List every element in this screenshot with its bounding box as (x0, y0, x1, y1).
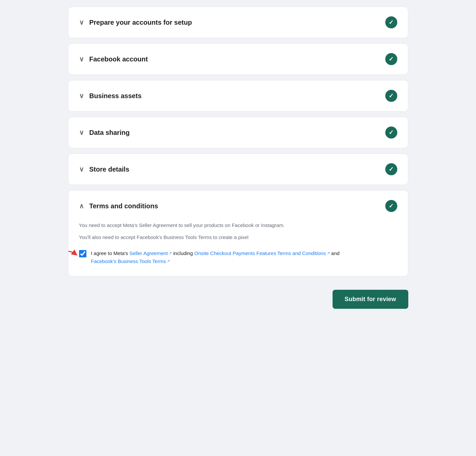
accordion-title-business-assets: Business assets (89, 92, 142, 100)
accordion-header-left-business: Business assets (79, 92, 142, 100)
chevron-down-icon-facebook (79, 55, 84, 63)
page-container: Prepare your accounts for setup Facebook… (55, 0, 422, 456)
accordion-header-left-facebook: Facebook account (79, 55, 148, 63)
accordion-title-store-details: Store details (89, 166, 129, 173)
accordion-header-store-details[interactable]: Store details (68, 154, 408, 185)
chevron-down-icon-data-sharing (79, 129, 84, 137)
accordion-title-data-sharing: Data sharing (89, 129, 130, 137)
accordion-title-prepare-accounts: Prepare your accounts for setup (89, 19, 192, 26)
terms-description-2: You'll also need to accept Facebook's Bu… (79, 233, 397, 241)
accordion-header-left-store: Store details (79, 165, 129, 173)
terms-description-1: You need to accept Meta's Seller Agreeme… (79, 221, 397, 229)
terms-checkbox-row: I agree to Meta's Seller Agreement ↗ inc… (79, 249, 397, 265)
accordion-header-facebook-account[interactable]: Facebook account (68, 44, 408, 74)
check-circle-data-sharing (385, 127, 397, 139)
accordion-header-business-assets[interactable]: Business assets (68, 80, 408, 111)
check-circle-facebook-account (385, 53, 397, 65)
onsite-checkout-link[interactable]: Onsite Checkout Payments Features Terms … (194, 249, 330, 257)
accordion-header-left-data-sharing: Data sharing (79, 129, 130, 137)
check-circle-store-details (385, 163, 397, 175)
accordion-header-left-terms: Terms and conditions (79, 202, 158, 210)
chevron-down-icon-business (79, 92, 84, 100)
external-link-icon-onsite: ↗ (327, 250, 330, 256)
external-link-icon-seller: ↗ (169, 250, 172, 256)
accordion-header-terms-conditions[interactable]: Terms and conditions (68, 191, 408, 221)
submit-for-review-button[interactable]: Submit for review (333, 290, 408, 309)
accordion-title-terms-conditions: Terms and conditions (89, 202, 158, 210)
including-text: including (172, 250, 194, 256)
red-arrow-icon (68, 249, 77, 260)
business-tools-link[interactable]: Facebook's Business Tools Terms ↗ (91, 257, 170, 265)
terms-agree-checkbox[interactable] (79, 250, 86, 257)
footer-area: Submit for review (68, 282, 408, 317)
accordion-card-prepare-accounts: Prepare your accounts for setup (68, 7, 408, 38)
accordion-card-store-details: Store details (68, 154, 408, 185)
check-circle-business-assets (385, 90, 397, 102)
external-link-icon-business: ↗ (167, 258, 170, 264)
red-arrow-container (68, 249, 77, 262)
chevron-down-icon (79, 18, 84, 26)
terms-checkbox-wrapper (79, 250, 86, 259)
accordion-title-facebook-account: Facebook account (89, 55, 148, 63)
seller-agreement-link[interactable]: Seller Agreement ↗ (129, 249, 172, 257)
accordion-card-facebook-account: Facebook account (68, 43, 408, 75)
accordion-card-business-assets: Business assets (68, 80, 408, 111)
terms-checkbox-label: I agree to Meta's Seller Agreement ↗ inc… (91, 249, 397, 265)
accordion-card-terms-conditions: Terms and conditions You need to accept … (68, 190, 408, 276)
accordion-card-data-sharing: Data sharing (68, 117, 408, 148)
accordion-body-terms: You need to accept Meta's Seller Agreeme… (68, 221, 408, 276)
and-text: and (330, 250, 340, 256)
check-circle-terms-conditions (385, 200, 397, 212)
chevron-up-icon-terms (79, 202, 84, 210)
checkbox-label-prefix: I agree to Meta's (91, 250, 129, 256)
accordion-header-left: Prepare your accounts for setup (79, 18, 192, 26)
accordion-header-data-sharing[interactable]: Data sharing (68, 117, 408, 148)
chevron-down-icon-store (79, 165, 84, 173)
check-circle-prepare-accounts (385, 16, 397, 28)
accordion-header-prepare-accounts[interactable]: Prepare your accounts for setup (68, 7, 408, 38)
